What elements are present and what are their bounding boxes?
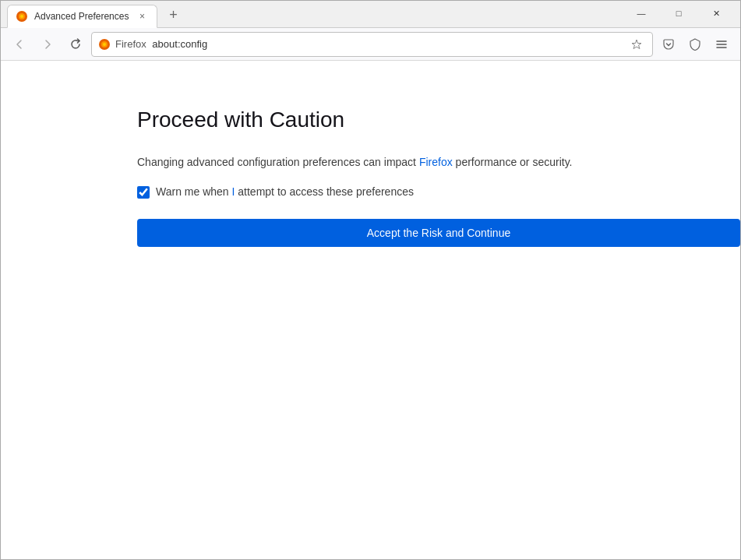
warn-checkbox[interactable] bbox=[137, 186, 150, 199]
account-button[interactable] bbox=[683, 32, 707, 57]
menu-icon bbox=[715, 38, 728, 51]
close-button[interactable]: ✕ bbox=[698, 2, 734, 24]
forward-button[interactable] bbox=[35, 32, 60, 57]
window-controls: — □ ✕ bbox=[623, 2, 734, 24]
address-bar[interactable]: Firefox about:config bbox=[91, 32, 653, 57]
new-tab-button[interactable]: + bbox=[162, 4, 184, 26]
warn-checkbox-row: Warn me when I attempt to access these p… bbox=[137, 185, 740, 200]
reload-button[interactable] bbox=[63, 32, 88, 57]
warning-text-highlight: Firefox bbox=[419, 156, 453, 168]
warn-checkbox-label[interactable]: Warn me when I attempt to access these p… bbox=[156, 185, 414, 200]
site-name: Firefox bbox=[115, 38, 146, 50]
url-value: about:config bbox=[152, 38, 207, 50]
active-tab[interactable]: Advanced Preferences × bbox=[7, 5, 157, 28]
site-favicon bbox=[98, 38, 111, 51]
checkbox-label-end: attempt to access these preferences bbox=[235, 185, 414, 198]
page-content: Proceed with Caution Changing advanced c… bbox=[1, 61, 740, 559]
minimize-button[interactable]: — bbox=[623, 2, 659, 24]
url-text: Firefox about:config bbox=[115, 38, 623, 50]
svg-point-5 bbox=[103, 43, 106, 46]
svg-point-2 bbox=[20, 15, 23, 18]
warning-text-end: performance or security. bbox=[453, 156, 573, 168]
back-icon bbox=[13, 38, 26, 51]
titlebar: Advanced Preferences × + — □ ✕ bbox=[1, 1, 740, 28]
page-title: Proceed with Caution bbox=[137, 107, 740, 132]
account-icon bbox=[689, 38, 701, 51]
reload-icon bbox=[69, 38, 82, 51]
back-button[interactable] bbox=[7, 32, 32, 57]
tab-title: Advanced Preferences bbox=[34, 11, 129, 22]
toolbar-icons bbox=[656, 32, 734, 57]
navbar: Firefox about:config bbox=[1, 28, 740, 61]
warning-text: Changing advanced configuration preferen… bbox=[137, 154, 605, 171]
checkbox-label-start: Warn me when bbox=[156, 185, 232, 198]
warning-text-plain: Changing advanced configuration preferen… bbox=[137, 156, 419, 168]
tab-close-button[interactable]: × bbox=[135, 9, 149, 23]
accept-risk-button[interactable]: Accept the Risk and Continue bbox=[137, 219, 740, 247]
browser-window: Advanced Preferences × + — □ ✕ bbox=[0, 0, 741, 560]
pocket-button[interactable] bbox=[656, 32, 681, 57]
forward-icon bbox=[41, 38, 54, 51]
tab-strip: Advanced Preferences × + bbox=[7, 4, 623, 27]
menu-button[interactable] bbox=[709, 32, 734, 57]
tab-favicon bbox=[16, 10, 28, 23]
bookmark-star-icon[interactable] bbox=[627, 35, 646, 54]
maximize-button[interactable]: □ bbox=[661, 2, 697, 24]
pocket-icon bbox=[662, 38, 675, 51]
